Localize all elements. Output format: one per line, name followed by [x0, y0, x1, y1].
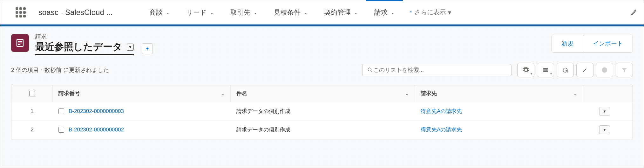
new-button[interactable]: 新規: [552, 35, 583, 52]
asterisk-icon: *: [410, 10, 411, 15]
tab-contract-mgmt[interactable]: 契約管理 ⌄: [316, 0, 366, 24]
list-view-name[interactable]: 最近参照したデータ: [35, 40, 122, 53]
tab-lead[interactable]: リード ⌄: [178, 0, 222, 24]
table-row: 1 B-202302-0000000003 請求データの個別作成 得意先Aの請求…: [11, 102, 633, 121]
tab-label: 見積条件: [274, 8, 301, 17]
svg-rect-2: [18, 43, 22, 44]
row-menu-button[interactable]: ▼: [599, 107, 610, 116]
edit-nav-icon[interactable]: [630, 9, 637, 16]
col-bill-to[interactable]: 請求先 ⌄: [415, 85, 583, 102]
row-checkbox[interactable]: [58, 127, 64, 133]
pencil-icon: [582, 67, 588, 73]
cell-subject: 請求データの個別作成: [231, 121, 415, 139]
header-action-group: 新規 インポート: [552, 35, 633, 52]
invoice-no-link[interactable]: B-202302-0000000002: [69, 127, 124, 133]
tab-quote-condition[interactable]: 見積条件 ⌄: [266, 0, 316, 24]
svg-point-4: [368, 68, 371, 71]
chart-button[interactable]: [596, 63, 613, 77]
row-menu-button[interactable]: ▼: [599, 125, 610, 134]
col-actions: [583, 85, 621, 102]
table-icon: [542, 67, 549, 73]
tab-label: 取引先: [230, 8, 250, 17]
tab-more-label: さらに表示: [414, 8, 446, 17]
chevron-down-icon: ⌄: [573, 91, 577, 96]
tab-label: 商談: [149, 8, 163, 17]
table-header-row: 請求番号 ⌄ 件名 ⌄ 請求先 ⌄: [11, 85, 633, 102]
tab-opportunity[interactable]: 商談 ⌄: [141, 0, 178, 24]
chevron-down-icon: ⌄: [405, 91, 409, 96]
col-label: 請求先: [421, 90, 437, 97]
app-name: soasc - SalesCloud ...: [38, 8, 112, 17]
chevron-down-icon: ⌄: [354, 10, 358, 15]
svg-rect-5: [543, 68, 548, 69]
list-view-switcher[interactable]: ▼: [127, 44, 134, 51]
bill-to-link[interactable]: 得意先Aの請求先: [421, 126, 462, 133]
tab-more[interactable]: * さらに表示 ▾: [403, 0, 458, 24]
chevron-down-icon: ⌄: [221, 91, 225, 96]
cell-subject: 請求データの個別作成: [231, 102, 415, 120]
row-checkbox[interactable]: [58, 108, 64, 114]
tab-invoice[interactable]: 請求 ⌄: [366, 0, 403, 24]
table-row: 2 B-202302-0000000002 請求データの個別作成 得意先Aの請求…: [11, 121, 633, 139]
chevron-down-icon: ⌄: [304, 10, 308, 15]
list-table: 請求番号 ⌄ 件名 ⌄ 請求先 ⌄ 1 B-202302-0000000003 …: [11, 85, 633, 139]
filter-icon: [621, 67, 627, 73]
svg-rect-3: [18, 44, 21, 45]
row-number: 2: [11, 121, 53, 139]
inline-edit-button[interactable]: [576, 63, 593, 77]
col-subject[interactable]: 件名 ⌄: [231, 85, 415, 102]
invoice-no-link[interactable]: B-202302-0000000003: [69, 108, 124, 115]
nav-tabs: 商談 ⌄ リード ⌄ 取引先 ⌄ 見積条件 ⌄ 契約管理 ⌄ 請求 ⌄ * さら…: [141, 0, 458, 24]
tab-label: 請求: [374, 8, 388, 17]
pin-list-button[interactable]: [142, 43, 153, 54]
svg-rect-1: [18, 41, 22, 42]
pie-chart-icon: [601, 67, 608, 73]
import-button[interactable]: インポート: [583, 35, 633, 52]
search-icon: [367, 67, 373, 73]
list-status-text: 2 個の項目・数秒前 に更新されました: [11, 66, 109, 74]
list-search[interactable]: [362, 64, 512, 76]
app-launcher-icon[interactable]: [16, 7, 26, 18]
col-invoice-no[interactable]: 請求番号 ⌄: [24, 85, 231, 102]
refresh-icon: [562, 67, 568, 73]
svg-rect-6: [543, 69, 548, 70]
tab-label: リード: [186, 8, 207, 17]
tab-label: 契約管理: [324, 8, 351, 17]
tab-account[interactable]: 取引先 ⌄: [222, 0, 266, 24]
filter-button[interactable]: [616, 63, 633, 77]
gear-icon: [522, 66, 529, 74]
object-label: 請求: [35, 33, 134, 40]
caret-down-icon: ▾: [448, 9, 451, 16]
chevron-down-icon: ⌄: [210, 10, 214, 15]
chevron-down-icon: ⌄: [254, 10, 257, 15]
row-number: 1: [11, 102, 53, 120]
chevron-down-icon: ⌄: [391, 10, 395, 15]
col-label: 件名: [236, 90, 247, 97]
search-input[interactable]: [373, 67, 507, 74]
bill-to-link[interactable]: 得意先Aの請求先: [421, 108, 462, 115]
refresh-button[interactable]: [557, 63, 574, 77]
col-label: 請求番号: [58, 90, 80, 97]
list-settings-button[interactable]: [517, 63, 534, 77]
invoice-object-icon: [11, 34, 29, 52]
svg-rect-7: [543, 71, 548, 72]
chevron-down-icon: ⌄: [166, 10, 170, 15]
display-as-button[interactable]: [537, 63, 554, 77]
